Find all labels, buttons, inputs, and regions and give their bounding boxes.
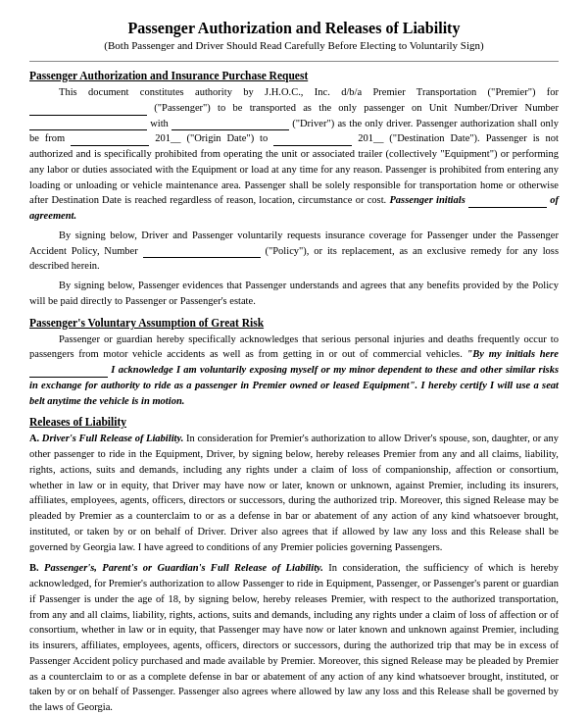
section1-heading: Passenger Authorization and Insurance Pu…: [29, 70, 559, 81]
driver-line: [172, 119, 289, 130]
section2-bold: "By my initials here I acknowledge I am …: [29, 348, 559, 405]
section1-para1: This document constitutes authority by J…: [29, 84, 559, 224]
policy-line: [143, 246, 261, 258]
divider-top: [29, 61, 559, 62]
origin-date-line: [71, 134, 149, 146]
initials-line2: [29, 366, 108, 378]
section3-heading: Releases of Liability: [29, 416, 559, 428]
section3-a-label: A. Driver's Full Release of Liability.: [29, 433, 183, 443]
section2-heading: Passenger's Voluntary Assumption of Grea…: [29, 317, 559, 329]
page: Passenger Authorization and Releases of …: [0, 0, 588, 716]
unit-line: [29, 119, 147, 130]
section3-a: A. Driver's Full Release of Liability. I…: [29, 431, 559, 554]
initials-note: Passenger initials of agreement.: [29, 194, 559, 221]
passenger-line: [29, 104, 147, 116]
dest-date-line: [273, 134, 352, 146]
section3-b: B. Passenger's, Parent's or Guardian's F…: [29, 560, 559, 715]
page-title: Passenger Authorization and Releases of …: [29, 20, 559, 37]
section1-para2: By signing below, Driver and Passenger v…: [29, 228, 559, 274]
page-subtitle: (Both Passenger and Driver Should Read C…: [29, 39, 559, 51]
initials-line: [468, 196, 547, 208]
section3-b-label: B. Passenger's, Parent's or Guardian's F…: [29, 562, 323, 573]
section2-para1: Passenger or guardian hereby specificall…: [29, 332, 559, 409]
section1-para3: By signing below, Passenger evidences th…: [29, 278, 559, 309]
